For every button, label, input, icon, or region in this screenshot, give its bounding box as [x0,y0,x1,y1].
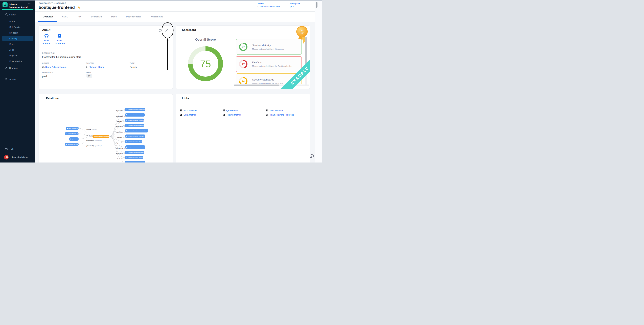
relation-node-system-platform-demo[interactable]: system:Platform_Demo [65,132,80,135]
tab-overview[interactable]: Overview [38,11,58,22]
system-field-link[interactable]: Platform_Demo [86,66,104,68]
link-qa-website[interactable]: QA Website [222,109,238,112]
relation-node-demo-administrators[interactable]: Demo Administrators [66,127,79,130]
metric-name: Service Maturity [252,44,284,47]
tab-ci-cd[interactable]: CI/CD [58,11,73,22]
relation-node-component-boutique-adservice[interactable]: component:boutique-adservice [125,140,144,143]
sidebar-item-label: Self Service [10,26,21,28]
link-prod-website[interactable]: Prod Website [180,109,197,112]
link-label: Dev Website [270,109,283,112]
sidebar-item-label: Docs [10,43,14,45]
sidebar-divider [7,64,26,64]
svg-text:component:boutique-productcata: component:boutique-productcatalogservice [128,130,150,131]
tab-docs[interactable]: Docs [106,11,122,22]
metric-score: 47 [239,60,248,68]
links-title: Links [182,97,189,100]
svg-text:api:starwars-graphql: api:starwars-graphql [68,144,78,145]
tab-api[interactable]: API [73,11,86,22]
sidebar-divider [2,74,33,74]
sidebar-item-admin[interactable]: Admin [2,76,33,82]
sidebar-item-dora-metrics[interactable]: Dora Metrics [2,58,33,64]
relation-node-component-boutique-redisservice[interactable]: component:boutique-redisservice [125,119,145,122]
avatar: HM [4,155,8,159]
sidebar-item-self-service[interactable]: Self Service [2,24,33,30]
relation-node-component-boutique-currencyservice[interactable]: component:boutique-currencyservice [125,108,147,111]
relation-node-component-boutique-shippingservice[interactable]: component:boutique-shippingservice [125,134,146,138]
entity-tabs: OverviewCI/CDAPIScorecardDocsDependencie… [38,11,168,22]
page-title: boutique-frontend [38,5,75,10]
svg-text:component:boutique-frontend: component:boutique-frontend [95,136,110,137]
metric-score: 74 [239,77,248,84]
apps-grid-icon[interactable] [28,3,31,6]
sidebar-item-docs[interactable]: Docs [2,41,33,47]
svg-text:component:boutique-paymentserv: component:boutique-paymentservice [128,114,146,115]
owner-field-link[interactable]: Demo Administrators [42,66,66,68]
relation-node-component-boutique-cartservice[interactable]: component:boutique-cartservice [125,156,144,159]
link-dev-website[interactable]: Dev Website [266,109,283,112]
more-options-icon[interactable]: ⋮ [301,4,304,6]
portal-title: Internal Developer Portal [9,3,28,9]
sidebar-search-input[interactable]: Search [0,12,35,17]
relation-node-api-starwars-graphql[interactable]: api:starwars-graphql [65,143,78,146]
relation-node-component-boutique-loadgenerator[interactable]: component:boutique-loadgenerator [125,151,146,154]
metric-name: Security Standards [252,78,283,81]
sidebar-item-devtools[interactable]: DevTools [2,65,33,71]
page-scrollbar-rail [315,0,322,162]
search-placeholder: Search [9,13,16,16]
relation-node-component-boutique-checkoutservice[interactable]: component:boutique-checkoutservice [125,145,147,149]
system-field-label: SYSTEM [86,62,94,64]
page-scrollbar-thumb[interactable] [316,2,318,8]
relation-node-component-boutique-emailservice[interactable]: component:boutique-emailservice [125,124,145,127]
svg-text:component:boutique-shippingser: component:boutique-shippingservice [128,135,146,137]
sidebar-item-home[interactable]: Home [2,19,33,24]
scorecard-title: Scorecard [182,28,196,32]
portal-logo-icon[interactable] [2,2,8,7]
owner-link[interactable]: Demo Administrators [257,5,280,8]
relation-node-center-boutique-frontend[interactable]: component:boutique-frontend [92,135,110,138]
refresh-button[interactable] [158,29,162,33]
search-icon [5,13,8,16]
relation-node-component-boutique-productcatalogservice[interactable]: component:boutique-productcatalogservice [125,129,150,132]
overall-score-donut: 75 [188,46,223,81]
tab-kubernetes[interactable]: Kubernetes [146,11,168,22]
tag-chip[interactable]: go [86,74,92,78]
tab-dependencies[interactable]: Dependencies [122,11,146,22]
svg-text:component:boutique-currencyser: component:boutique-currencyservice [128,109,147,110]
link-testing-metrics[interactable]: Testing Metrics [222,113,242,116]
relation-node-api-petstore[interactable]: api:petstore [69,137,78,141]
metrics-vertical-scrollbar[interactable] [306,37,307,85]
metric-score: 87 [239,43,248,51]
metrics-horizontal-scrollbar[interactable] [234,84,309,86]
link-team-training-progress[interactable]: Team Training Progress [266,113,294,116]
group-icon [257,5,259,7]
relations-graph[interactable]: dependsOn / dependencyOfdependsOn / depe… [39,94,173,162]
description-value: Frontend for the boutique online store [42,56,82,58]
wrench-icon [5,67,8,69]
chat-feedback-icon[interactable] [309,153,314,158]
sidebar-item-label: Admin [10,78,16,80]
link-dora-metrics[interactable]: Dora Metrics [180,113,196,116]
sidebar-item-label: My Team [10,31,18,34]
sidebar-item-label: Home [10,20,15,23]
sidebar-item-help[interactable]: ? Help [2,146,33,152]
edge-label: apiProvidedBy / providesApi [86,140,102,141]
view-techdocs-button[interactable]: VIEW TECHDOCS [53,34,66,45]
header-owner: Owner Demo Administrators [257,2,280,8]
sidebar-item-register[interactable]: Register [2,53,33,58]
search-underline [7,18,26,18]
owner-field-label: OWNER [42,62,49,64]
metric-description: Measures the reliability of the DevOps p… [252,65,292,67]
edit-pencil-button[interactable] [165,29,169,33]
favorite-star-icon[interactable]: ★ [77,6,80,9]
metric-card-devops[interactable]: 47DevOpsMeasures the reliability of the … [236,56,302,72]
view-source-button[interactable]: VIEW SOURCE [40,34,53,45]
sidebar-item-apis[interactable]: APIs [2,47,33,52]
tags-field-label: TAGS [86,71,91,73]
relation-node-partial[interactable] [125,161,145,162]
sidebar-item-my-team[interactable]: My Team [2,30,33,35]
sidebar-item-catalog[interactable]: Catalog [2,36,33,41]
metric-card-service-maturity[interactable]: 87Service MaturityMeasures the reliabili… [236,39,302,54]
tab-scorecard[interactable]: Scorecard [86,11,106,22]
user-menu[interactable]: HM Himanshu Mishra [2,154,33,160]
relation-node-component-boutique-paymentservice[interactable]: component:boutique-paymentservice [125,113,146,117]
